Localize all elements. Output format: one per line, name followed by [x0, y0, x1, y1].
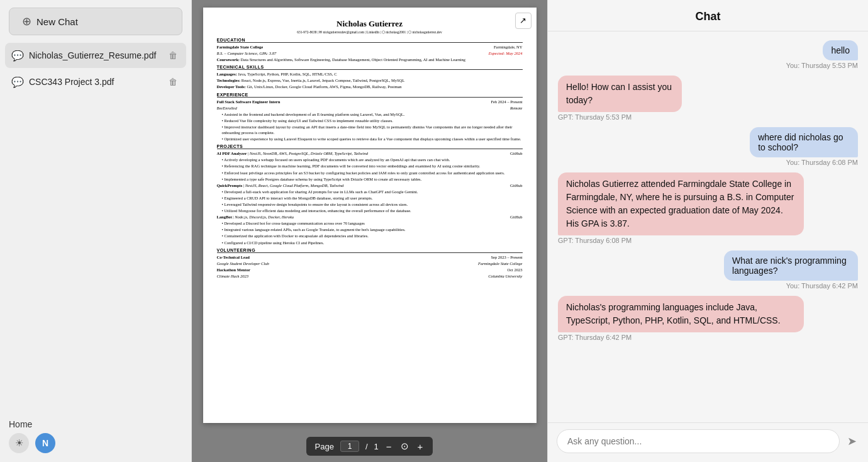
gpt-message-3: Nicholas's programming languages include… [558, 296, 804, 332]
zoom-fit-button[interactable]: ⊙ [399, 441, 410, 452]
gpt-message-2: Nicholas Gutierrez attended Farmingdale … [558, 172, 804, 235]
timestamp-5: You: Thursday 6:42 PM [786, 282, 858, 290]
message-group-5: What are nick's programming languages? Y… [679, 251, 858, 290]
new-chat-button[interactable]: ⊕ New Chat [9, 8, 182, 35]
sidebar-item-chat-1[interactable]: 💬 Nicholas_Gutierrez_Resume.pdf 🗑 [5, 43, 186, 68]
chat-input[interactable] [557, 429, 840, 453]
user-message-3: What are nick's programming languages? [724, 251, 858, 281]
experience-section: Experience [217, 93, 523, 98]
job-bullet-3: Improved instructor dashboard layout by … [222, 124, 523, 135]
vol1-org-row: Google Student Developer Club Farmingdal… [217, 261, 523, 266]
tech-line: Technologies: React, Node.js, Express, V… [217, 77, 523, 83]
message-group-1: hello You: Thursday 5:53 PM [786, 40, 858, 69]
proj1-b2: Referencing the RAG technique in machine… [222, 163, 523, 169]
pdf-viewer: ↗ Nicholas Gutierrez 631-972-8638 | ✉ ni… [192, 0, 547, 462]
volunteering-section: Volunteering [217, 248, 523, 253]
message-group-2: Hello! How can I assist you today? GPT: … [558, 76, 709, 121]
zoom-in-button[interactable]: + [416, 441, 425, 452]
vol2-org-row: Climate Hack 2023 Columbia University [217, 273, 523, 279]
vol2-title-row: Hackathon Mentor Oct 2023 [217, 267, 523, 273]
timestamp-6: GPT: Thursday 6:42 PM [558, 334, 858, 341]
proj3-b4: Configured a CI/CD pipeline using Heroku… [222, 240, 523, 245]
sidebar: ⊕ New Chat 💬 Nicholas_Gutierrez_Resume.p… [0, 0, 192, 462]
chat-panel: Chat hello You: Thursday 5:53 PM Hello! … [547, 0, 868, 462]
proj2-b4: Utilized Mongoose for efficient data mod… [222, 208, 523, 213]
page-total: 1 [374, 442, 379, 451]
user-avatar[interactable]: N [35, 433, 55, 453]
job-bullet-1: Assisted in the frontend and backend dev… [222, 111, 523, 117]
timestamp-1: You: Thursday 5:53 PM [786, 62, 858, 69]
chat-title: Chat [548, 0, 868, 31]
home-label: Home [9, 419, 182, 429]
proj1-b1: Actively developing a webapp focused on … [222, 157, 523, 162]
projects-section: Projects [217, 144, 523, 149]
send-button[interactable]: ➤ [845, 432, 859, 451]
gpt-message-1: Hello! How can I assist you today? [558, 76, 682, 112]
timestamp-4: GPT: Thursday 6:08 PM [558, 237, 858, 244]
proj1-title-row: AI PDF Analyzer | NestJS, NeonDB, AWS, P… [217, 150, 523, 156]
timestamp-2: GPT: Thursday 5:53 PM [558, 113, 709, 121]
pdf-toolbar: Page / 1 − ⊙ + [306, 437, 433, 456]
send-icon: ➤ [847, 435, 857, 448]
proj2-title-row: QuickPrompts | NestJS, React, Google Clo… [217, 183, 523, 188]
chat-item-name: Nicholas_Gutierrez_Resume.pdf [29, 50, 161, 60]
chat-messages: hello You: Thursday 5:53 PM Hello! How c… [548, 31, 868, 422]
chat-bubble-icon-2: 💬 [11, 76, 24, 88]
proj1-b4: Implemented a type safe Postgres databas… [222, 176, 523, 182]
chat-list: 💬 Nicholas_Gutierrez_Resume.pdf 🗑 💬 CSC3… [0, 43, 191, 413]
proj3-b3: Containerized the application with Docke… [222, 233, 523, 239]
proj3-b2: Integrated various language-related APIs… [222, 227, 523, 232]
settings-icon-button[interactable]: ☀ [9, 433, 29, 453]
proj2-b1: Developed a full-stack web application f… [222, 189, 523, 194]
proj2-b2: Engineered a CRUD API to interact with t… [222, 195, 523, 201]
new-chat-label: New Chat [36, 16, 78, 27]
proj3-title-row: LangBot | Node.js, Discord.js, Docker, H… [217, 214, 523, 220]
education-school-row: Farmingdale State College Farmingdale, N… [217, 44, 523, 50]
job-bullet-2: Reduced Vue file complexity by using dai… [222, 118, 523, 123]
coursework-line: Coursework: Data Structures and Algorith… [217, 57, 523, 62]
proj3-b1: Developed a Discord bot for cross-langua… [222, 220, 523, 226]
proj2-b3: Leveraged Tailwind responsive design bre… [222, 201, 523, 207]
user-message-1: hello [823, 40, 858, 60]
proj1-b3: Enforced least privilege access principl… [222, 170, 523, 176]
zoom-out-button[interactable]: − [385, 441, 393, 452]
vol1-title-row: Co-Technical Lead Sep 2023 – Present [217, 254, 523, 260]
resume-contact: 631-972-8638 | ✉ nickgutierrezdev@gmail.… [217, 30, 523, 34]
education-section: Education [217, 38, 523, 43]
education-degree-row: B.S. – Computer Science, GPA: 3.87 Expec… [217, 50, 523, 56]
chat-input-area: ➤ [548, 422, 868, 462]
user-message-2: where did nicholas go to school? [750, 127, 858, 157]
delete-chat-2-button[interactable]: 🗑 [166, 76, 180, 88]
job-bullet-4: Optimized user experience by using Larav… [222, 136, 523, 142]
page-of-label: / [365, 442, 368, 451]
pdf-document: ↗ Nicholas Gutierrez 631-972-8638 | ✉ ni… [203, 8, 537, 423]
job-company-row: BeeEnrolled Remote [217, 105, 523, 111]
message-group-4: Nicholas Gutierrez attended Farmingdale … [558, 172, 858, 244]
open-external-button[interactable]: ↗ [515, 13, 531, 29]
message-group-3: where did nicholas go to school? You: Th… [714, 127, 858, 166]
job-title-row: Full Stack Software Engineer Intern Feb … [217, 99, 523, 104]
devtools-line: Developer Tools: Git, Unix/Linux, Docker… [217, 84, 523, 89]
sidebar-item-chat-2[interactable]: 💬 CSC343 Project 3.pdf 🗑 [5, 69, 186, 94]
sidebar-footer: Home ☀ N [0, 413, 191, 462]
footer-icons-row: ☀ N [9, 433, 182, 453]
languages-line: Languages: Java, TypeScript, Python, PHP… [217, 71, 523, 77]
message-group-6: Nicholas's programming languages include… [558, 296, 858, 341]
skills-section: Technical Skills [217, 65, 523, 70]
delete-chat-1-button[interactable]: 🗑 [166, 49, 180, 62]
page-number-input[interactable] [340, 441, 359, 452]
plus-icon: ⊕ [22, 14, 31, 28]
timestamp-3: You: Thursday 6:08 PM [786, 159, 858, 166]
page-label: Page [315, 442, 334, 451]
resume-name: Nicholas Gutierrez [217, 19, 523, 29]
chat-bubble-icon: 💬 [11, 50, 24, 62]
chat-item-name-2: CSC343 Project 3.pdf [29, 77, 161, 87]
